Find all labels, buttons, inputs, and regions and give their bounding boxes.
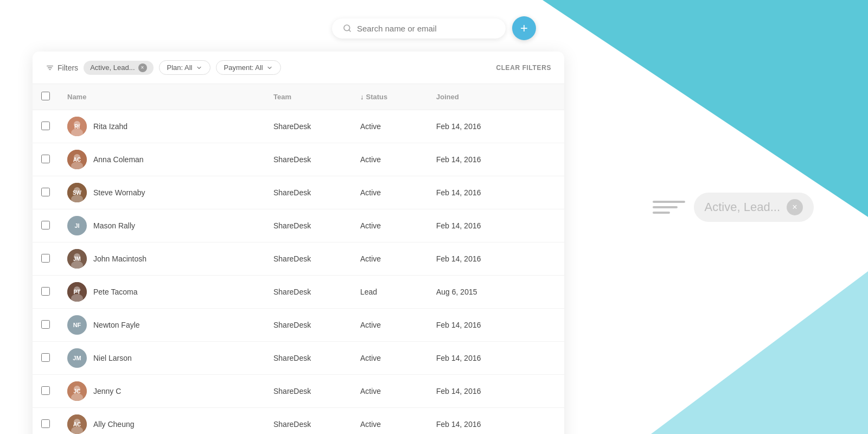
avatar: PT bbox=[67, 282, 87, 302]
row-name: Anna Coleman bbox=[93, 155, 144, 164]
table-row: JI Mason Rally ShareDesk Active Feb 14, … bbox=[33, 209, 564, 242]
row-joined-cell: Feb 14, 2016 bbox=[427, 242, 564, 276]
row-status-cell: Active bbox=[352, 209, 427, 242]
add-button[interactable]: + bbox=[512, 16, 536, 40]
clear-filters-button[interactable]: CLEAR FILTERS bbox=[496, 64, 551, 72]
status-badge: Lead bbox=[360, 288, 377, 296]
row-joined: Feb 14, 2016 bbox=[436, 188, 481, 197]
status-badge: Active bbox=[360, 321, 381, 329]
chip-close-icon[interactable]: × bbox=[138, 63, 147, 72]
col-name: Name bbox=[59, 84, 265, 110]
row-team-cell: ShareDesk bbox=[265, 176, 352, 209]
row-joined-cell: Feb 14, 2016 bbox=[427, 309, 564, 342]
row-joined-cell: Aug 6, 2015 bbox=[427, 276, 564, 309]
tooltip-close-button[interactable]: × bbox=[787, 199, 803, 215]
row-joined: Feb 14, 2016 bbox=[436, 122, 481, 131]
row-name: Mason Rally bbox=[93, 221, 135, 230]
row-name: Rita Izahd bbox=[93, 122, 127, 131]
status-badge: Active bbox=[360, 188, 381, 197]
plus-icon: + bbox=[520, 21, 528, 36]
row-joined: Feb 14, 2016 bbox=[436, 155, 481, 164]
row-team-cell: ShareDesk bbox=[265, 342, 352, 375]
sort-icon: ↓ bbox=[360, 93, 364, 101]
row-status-cell: Active bbox=[352, 342, 427, 375]
row-checkbox[interactable] bbox=[41, 287, 50, 296]
row-status-cell: Active bbox=[352, 176, 427, 209]
row-status-cell: Active bbox=[352, 375, 427, 408]
row-team-cell: ShareDesk bbox=[265, 242, 352, 276]
table-wrap: Name Team ↓Status Joined bbox=[33, 84, 564, 434]
filter-line-3 bbox=[653, 212, 670, 214]
payment-dropdown[interactable]: Payment: All bbox=[216, 60, 281, 75]
row-checkbox-cell bbox=[33, 408, 59, 435]
avatar: JM bbox=[67, 348, 87, 368]
row-checkbox[interactable] bbox=[41, 188, 50, 196]
row-checkbox[interactable] bbox=[41, 254, 50, 263]
row-team-cell: ShareDesk bbox=[265, 408, 352, 435]
chevron-down-icon bbox=[196, 65, 202, 71]
select-all-checkbox[interactable] bbox=[41, 92, 50, 100]
table-row: JM Niel Larson ShareDesk Active Feb 14, … bbox=[33, 342, 564, 375]
row-checkbox[interactable] bbox=[41, 353, 50, 362]
table-row: AC Ally Cheung ShareDesk Active Feb 14, … bbox=[33, 408, 564, 435]
table-row: SW Steve Wornaby ShareDesk Active Feb 14… bbox=[33, 176, 564, 209]
row-joined: Feb 14, 2016 bbox=[436, 221, 481, 230]
row-team-cell: ShareDesk bbox=[265, 110, 352, 143]
row-name-cell: JM Niel Larson bbox=[59, 342, 265, 375]
status-badge: Active bbox=[360, 155, 381, 164]
table-row: RI Rita Izahd ShareDesk Active Feb 14, 2… bbox=[33, 110, 564, 143]
row-checkbox-cell bbox=[33, 342, 59, 375]
table-row: AC Anna Coleman ShareDesk Active Feb 14,… bbox=[33, 143, 564, 176]
row-checkbox[interactable] bbox=[41, 122, 50, 130]
filter-bar: Filters Active, Lead... × Plan: All Paym… bbox=[33, 52, 564, 84]
row-checkbox[interactable] bbox=[41, 419, 50, 428]
row-checkbox[interactable] bbox=[41, 221, 50, 229]
row-checkbox-cell bbox=[33, 276, 59, 309]
status-badge: Active bbox=[360, 354, 381, 362]
row-joined-cell: Feb 14, 2016 bbox=[427, 209, 564, 242]
tooltip-label: Active, Lead... bbox=[705, 200, 780, 214]
row-team: ShareDesk bbox=[273, 420, 311, 429]
row-joined-cell: Feb 14, 2016 bbox=[427, 176, 564, 209]
row-team: ShareDesk bbox=[273, 122, 311, 131]
row-checkbox-cell bbox=[33, 375, 59, 408]
table-row: PT Pete Tacoma ShareDesk Lead Aug 6, 201… bbox=[33, 276, 564, 309]
active-filter-chip[interactable]: Active, Lead... × bbox=[84, 61, 153, 75]
row-name-cell: NF Newton Fayle bbox=[59, 309, 265, 342]
row-status-cell: Active bbox=[352, 408, 427, 435]
avatar: SW bbox=[67, 183, 87, 202]
top-bar: + bbox=[332, 16, 536, 40]
tooltip-chip: Active, Lead... × bbox=[694, 193, 814, 222]
row-joined: Feb 14, 2016 bbox=[436, 354, 481, 362]
row-team: ShareDesk bbox=[273, 387, 311, 395]
table-row: JM John Macintosh ShareDesk Active Feb 1… bbox=[33, 242, 564, 276]
row-joined: Feb 14, 2016 bbox=[436, 387, 481, 395]
chevron-down-icon-2 bbox=[266, 65, 273, 71]
plan-dropdown[interactable]: Plan: All bbox=[159, 60, 210, 75]
row-joined: Feb 14, 2016 bbox=[436, 254, 481, 263]
status-badge: Active bbox=[360, 387, 381, 395]
row-checkbox[interactable] bbox=[41, 155, 50, 163]
row-checkbox[interactable] bbox=[41, 386, 50, 395]
row-joined-cell: Feb 14, 2016 bbox=[427, 110, 564, 143]
background-teal-top bbox=[542, 0, 868, 217]
row-name: Pete Tacoma bbox=[93, 288, 137, 296]
row-checkbox-cell bbox=[33, 176, 59, 209]
row-checkbox-cell bbox=[33, 242, 59, 276]
search-input[interactable] bbox=[357, 24, 495, 33]
row-team: ShareDesk bbox=[273, 321, 311, 329]
col-joined: Joined bbox=[427, 84, 564, 110]
plan-label: Plan: All bbox=[167, 63, 193, 72]
filter-line-2 bbox=[653, 206, 678, 208]
row-team-cell: ShareDesk bbox=[265, 276, 352, 309]
status-badge: Active bbox=[360, 221, 381, 230]
row-team-cell: ShareDesk bbox=[265, 209, 352, 242]
row-checkbox[interactable] bbox=[41, 320, 50, 329]
avatar: NF bbox=[67, 315, 87, 335]
col-status[interactable]: ↓Status bbox=[352, 84, 427, 110]
row-team: ShareDesk bbox=[273, 221, 311, 230]
row-status-cell: Active bbox=[352, 143, 427, 176]
row-joined: Feb 14, 2016 bbox=[436, 321, 481, 329]
users-table: Name Team ↓Status Joined bbox=[33, 84, 564, 434]
row-name-cell: RI Rita Izahd bbox=[59, 110, 265, 143]
